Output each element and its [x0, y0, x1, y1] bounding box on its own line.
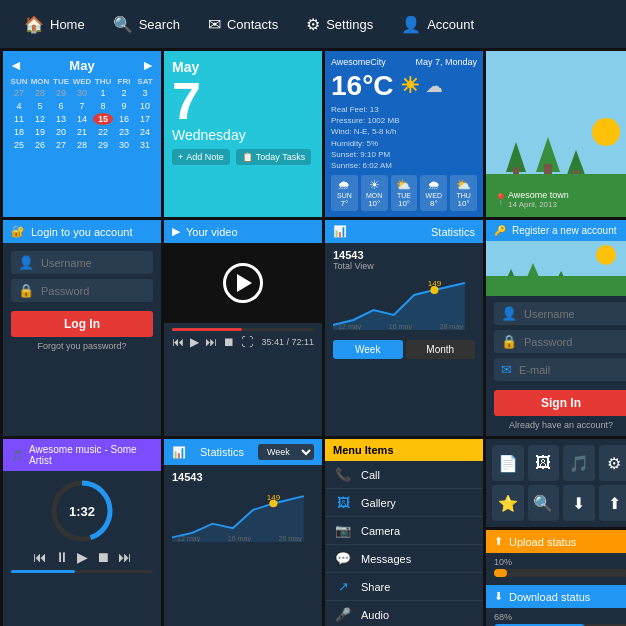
cal-day[interactable]: 18	[9, 126, 29, 138]
cal-day[interactable]: 31	[135, 139, 155, 151]
login-widget: 🔐 Login to you account 👤 🔒 Log In Forgot…	[3, 220, 161, 436]
cal-day[interactable]: 24	[135, 126, 155, 138]
play-button[interactable]	[223, 263, 263, 303]
week-dropdown[interactable]: WeekMonth	[258, 444, 314, 460]
cal-day[interactable]: 16	[114, 113, 134, 125]
weather-sunrise: Sunrise: 6:02 AM	[331, 160, 477, 171]
svg-point-0	[592, 118, 620, 146]
cal-day[interactable]: 19	[30, 126, 50, 138]
cal-day[interactable]: 8	[93, 100, 113, 112]
download-status-label: Download status	[509, 591, 590, 603]
nav-account[interactable]: 👤 Account	[387, 0, 488, 48]
music-stop-icon[interactable]: ⏹	[96, 549, 110, 565]
lock-field-icon: 🔒	[18, 283, 34, 298]
reg-password-input[interactable]	[524, 336, 621, 348]
forgot-password-link[interactable]: Forgot you password?	[11, 341, 153, 351]
cal-day[interactable]: 14	[72, 113, 92, 125]
cal-day[interactable]: 20	[51, 126, 71, 138]
nav-contacts[interactable]: ✉ Contacts	[194, 0, 292, 48]
video-fullscreen-icon[interactable]: ⛶	[241, 335, 253, 349]
cal-day[interactable]: 25	[9, 139, 29, 151]
icon-cell-5[interactable]: 🔍	[528, 485, 560, 521]
music-prev-icon[interactable]: ⏮	[33, 549, 47, 565]
cal-day[interactable]: 22	[93, 126, 113, 138]
cal-day[interactable]: 23	[114, 126, 134, 138]
cal-prev[interactable]: ◄	[9, 57, 23, 73]
menu-item[interactable]: 📞 Call	[325, 461, 483, 489]
cal-day[interactable]: 10	[135, 100, 155, 112]
cal-day[interactable]: 28	[72, 139, 92, 151]
register-landscape	[486, 241, 626, 296]
icon-cell-4[interactable]: ⭐	[492, 485, 524, 521]
cal-day[interactable]: 6	[51, 100, 71, 112]
cal-day[interactable]: 2	[114, 87, 134, 99]
stats-icon: 📊	[333, 225, 347, 238]
video-rewind-icon[interactable]: ⏮	[172, 335, 184, 349]
contacts-icon: ✉	[208, 15, 221, 34]
nav-home-label: Home	[50, 17, 85, 32]
nav-home[interactable]: 🏠 Home	[10, 0, 99, 48]
cal-day[interactable]: 30	[114, 139, 134, 151]
add-note-button[interactable]: +Add Note	[172, 149, 230, 165]
icon-cell-2[interactable]: 🎵	[563, 445, 595, 481]
cal-day[interactable]: 28	[30, 87, 50, 99]
cal-day[interactable]: 3	[135, 87, 155, 99]
cal-day[interactable]: 17	[135, 113, 155, 125]
music-next-icon[interactable]: ⏭	[118, 549, 132, 565]
cal-day[interactable]: 5	[30, 100, 50, 112]
menu-item[interactable]: 📷 Camera	[325, 517, 483, 545]
nav-settings[interactable]: ⚙ Settings	[292, 0, 387, 48]
stats-chart: 149 12 may 16 may 28 may	[333, 275, 475, 330]
reg-email-field[interactable]: ✉	[494, 358, 626, 381]
svg-point-14	[596, 245, 616, 265]
stats2-chart: 149 12 may 16 may 28 may	[172, 487, 314, 542]
reg-email-input[interactable]	[519, 364, 621, 376]
icon-cell-3[interactable]: ⚙	[599, 445, 627, 481]
cal-day[interactable]: 11	[9, 113, 29, 125]
video-stop-icon[interactable]: ⏹	[223, 335, 235, 349]
cal-day[interactable]: 7	[72, 100, 92, 112]
reg-username-input[interactable]	[524, 308, 621, 320]
icon-cell-0[interactable]: 📄	[492, 445, 524, 481]
tab-week[interactable]: Week	[333, 340, 403, 359]
music-play-icon[interactable]: ▶	[77, 549, 88, 565]
cal-day[interactable]: 27	[9, 87, 29, 99]
menu-item[interactable]: 🖼 Gallery	[325, 489, 483, 517]
cal-day[interactable]: 1	[93, 87, 113, 99]
cal-day[interactable]: 9	[114, 100, 134, 112]
cal-day[interactable]: 30	[72, 87, 92, 99]
menu-item[interactable]: 💬 Messages	[325, 545, 483, 573]
password-field[interactable]: 🔒	[11, 279, 153, 302]
username-field[interactable]: 👤	[11, 251, 153, 274]
password-input[interactable]	[41, 285, 146, 297]
icon-cell-7[interactable]: ⬆	[599, 485, 627, 521]
reg-username-field[interactable]: 👤	[494, 302, 626, 325]
music-pause-icon[interactable]: ⏸	[55, 549, 69, 565]
video-area	[164, 243, 322, 323]
register-widget: 🔑 Register a new account 👤 🔒 ✉ Sign In A…	[486, 220, 626, 436]
username-input[interactable]	[41, 257, 146, 269]
cal-day[interactable]: 21	[72, 126, 92, 138]
cal-day[interactable]: 26	[30, 139, 50, 151]
icon-cell-1[interactable]: 🖼	[528, 445, 560, 481]
cal-day[interactable]: 13	[51, 113, 71, 125]
reg-password-field[interactable]: 🔒	[494, 330, 626, 353]
cal-day[interactable]: 4	[9, 100, 29, 112]
cal-next[interactable]: ►	[141, 57, 155, 73]
video-play-icon[interactable]: ▶	[190, 335, 199, 349]
video-forward-icon[interactable]: ⏭	[205, 335, 217, 349]
icon-cell-6[interactable]: ⬇	[563, 485, 595, 521]
cal-day[interactable]: 15	[93, 113, 113, 125]
menu-item[interactable]: ↗ Share	[325, 573, 483, 601]
cal-day[interactable]: 27	[51, 139, 71, 151]
menu-item[interactable]: 🎤 Audio	[325, 601, 483, 626]
nav-search[interactable]: 🔍 Search	[99, 0, 194, 48]
sign-in-button[interactable]: Sign In	[494, 390, 626, 416]
cal-day[interactable]: 29	[93, 139, 113, 151]
already-account-link[interactable]: Already have an account?	[494, 420, 626, 430]
cal-day[interactable]: 29	[51, 87, 71, 99]
cal-day[interactable]: 12	[30, 113, 50, 125]
today-tasks-button[interactable]: 📋Today Tasks	[236, 149, 311, 165]
login-button[interactable]: Log In	[11, 311, 153, 337]
tab-month[interactable]: Month	[406, 340, 476, 359]
